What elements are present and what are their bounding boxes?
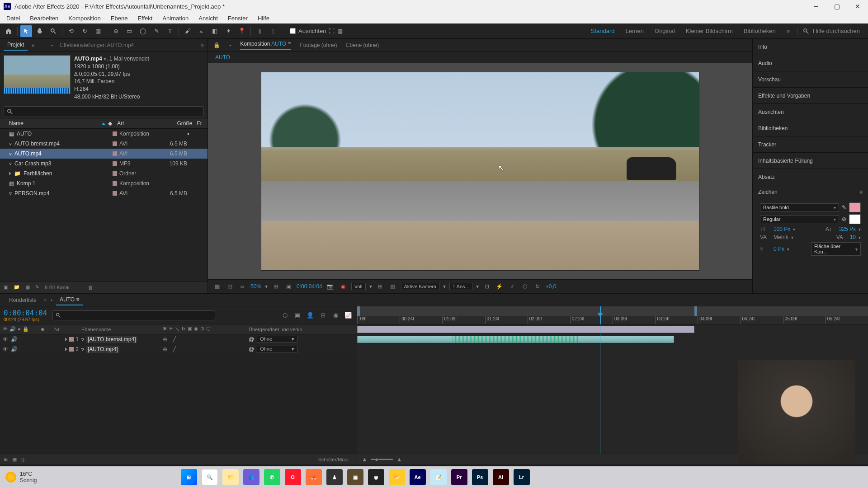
work-area-start-handle[interactable] bbox=[357, 306, 360, 316]
shape-fill[interactable]: ▮ bbox=[254, 25, 265, 37]
transparency-grid-icon[interactable]: ▤ bbox=[225, 282, 234, 291]
menu-komposition[interactable]: Komposition bbox=[64, 14, 105, 23]
roi-icon[interactable]: ▣ bbox=[284, 282, 293, 291]
stroke-color-swatch[interactable] bbox=[849, 214, 861, 224]
minimize-button[interactable]: ─ bbox=[806, 0, 826, 13]
expand-layer-icon[interactable] bbox=[65, 338, 67, 341]
pixel-aspect-icon[interactable]: ⊡ bbox=[482, 282, 491, 291]
shape-stroke[interactable]: ▯ bbox=[267, 25, 279, 37]
brush-tool[interactable]: 🖌 bbox=[182, 25, 193, 37]
parent-select[interactable]: Ohne▾ bbox=[257, 336, 297, 343]
schalter-modi-toggle[interactable]: Schalter/Modi bbox=[318, 457, 349, 462]
anchor-tool[interactable]: ⊕ bbox=[110, 25, 122, 37]
visibility-toggle[interactable]: 👁 bbox=[3, 346, 9, 352]
label-chip[interactable] bbox=[113, 191, 117, 196]
taskbar-explorer-icon[interactable]: 📁 bbox=[222, 469, 239, 485]
panel-absatz[interactable]: Absatz bbox=[753, 169, 868, 185]
timeline-timecode[interactable]: 0:00:04:04 bbox=[4, 309, 47, 317]
visibility-toggle[interactable]: 👁 bbox=[3, 336, 9, 343]
layer-label-chip[interactable] bbox=[69, 337, 74, 342]
motionblur-icon[interactable]: ◉ bbox=[330, 310, 340, 320]
switch-col-7-icon[interactable]: ⊙ bbox=[200, 326, 204, 333]
panel-ausrichten[interactable]: Ausrichten bbox=[753, 104, 868, 120]
snap-options-icon[interactable]: ⛶ bbox=[329, 28, 335, 34]
switch-cell[interactable]: ╱ bbox=[173, 336, 176, 343]
rect-tool[interactable]: ▭ bbox=[123, 25, 135, 37]
audio-toggle[interactable]: 🔊 bbox=[11, 346, 18, 352]
expand-icon[interactable] bbox=[9, 172, 11, 175]
panel-effekte[interactable]: Effekte und Vorgaben bbox=[753, 88, 868, 104]
project-item[interactable]: ▦Komp 1Komposition bbox=[0, 178, 208, 188]
adjust-icon[interactable]: ✎ bbox=[35, 284, 39, 290]
exposure-value[interactable]: +0,0 bbox=[546, 283, 557, 290]
reset-exposure-icon[interactable]: ↻ bbox=[533, 282, 542, 291]
taskbar-folder-icon[interactable]: 📂 bbox=[389, 469, 405, 485]
zoom-tool[interactable] bbox=[47, 25, 59, 37]
switch-cell[interactable]: ⊕ bbox=[163, 346, 167, 352]
timeline-layer[interactable]: 👁🔊2▿[AUTO.mp4]⊕ ╱@Ohne▾ bbox=[0, 344, 357, 354]
project-item[interactable]: 📁FarbflächenOrdner bbox=[0, 169, 208, 178]
maximize-button[interactable]: ▢ bbox=[826, 0, 847, 13]
interpret-footage-icon[interactable]: ▣ bbox=[4, 284, 8, 290]
eraser-tool[interactable]: ◧ bbox=[209, 25, 221, 37]
pickwhip-icon[interactable]: @ bbox=[249, 336, 254, 343]
label-chip[interactable] bbox=[113, 141, 117, 146]
zeichen-title[interactable]: Zeichen bbox=[758, 189, 778, 195]
project-item[interactable]: ▿AUTO.mp4AVI6,5 MB bbox=[0, 149, 208, 159]
viewer-lock-icon[interactable]: 🔒 bbox=[213, 42, 220, 48]
graph-icon[interactable]: 📈 bbox=[343, 310, 353, 320]
label-chip[interactable] bbox=[113, 151, 117, 156]
panel-info[interactable]: Info bbox=[753, 39, 868, 55]
lock-column-icon[interactable]: 🔒 bbox=[23, 326, 29, 332]
switch-col-4-icon[interactable]: fx bbox=[182, 326, 186, 333]
camera-tool[interactable]: ▦ bbox=[92, 25, 104, 37]
parent-select[interactable]: Ohne▾ bbox=[257, 346, 297, 352]
fill-color-swatch[interactable] bbox=[849, 202, 861, 212]
snap-checkbox[interactable] bbox=[290, 28, 296, 34]
switch-col-2-icon[interactable]: ☀ bbox=[169, 326, 173, 333]
tab-composition[interactable]: Komposition AUTO ≡ bbox=[240, 41, 291, 50]
rotate-tool[interactable]: ↻ bbox=[79, 25, 90, 37]
expand-layer-icon[interactable] bbox=[65, 347, 67, 351]
layer-label-chip[interactable] bbox=[69, 347, 74, 352]
flowchart-icon[interactable]: ⬡ bbox=[520, 282, 529, 291]
workspace-overflow-icon[interactable]: » bbox=[787, 28, 790, 34]
label-chip[interactable] bbox=[113, 161, 117, 166]
shy-icon[interactable]: 👤 bbox=[305, 310, 315, 320]
zoom-out-icon[interactable]: ▲ bbox=[362, 456, 368, 463]
type-tool[interactable]: T bbox=[164, 25, 176, 37]
pen-tool[interactable]: ✎ bbox=[151, 25, 162, 37]
col-fr[interactable]: Fr bbox=[192, 120, 206, 127]
comp-breadcrumb[interactable]: AUTO bbox=[208, 52, 752, 63]
camera-select[interactable]: Aktive Kamera bbox=[401, 283, 440, 290]
tab-project-menu-icon[interactable]: ≡ bbox=[31, 42, 34, 48]
tab-footage[interactable]: Footage (ohne) bbox=[300, 42, 337, 48]
taskbar-lightroom-icon[interactable]: Lr bbox=[514, 469, 530, 485]
stroke-width-value[interactable]: 0 Px bbox=[774, 246, 784, 252]
col-parent[interactable]: Übergeordnet und verkn. bbox=[249, 327, 357, 332]
zoom-in-icon[interactable]: ▲ bbox=[396, 456, 402, 463]
leading-value[interactable]: 325 Px bbox=[839, 226, 856, 232]
mask-toggle-icon[interactable]: ∞ bbox=[238, 282, 247, 291]
col-label-icon[interactable]: ◆ bbox=[108, 120, 117, 127]
audio-column-icon[interactable]: 🔊 bbox=[9, 326, 16, 332]
bpc-toggle[interactable]: 8-Bit-Kanal bbox=[45, 285, 69, 290]
guides-icon[interactable]: ⊞ bbox=[376, 282, 385, 291]
roto-tool[interactable]: ✦ bbox=[222, 25, 234, 37]
switch-cell[interactable]: ⊕ bbox=[163, 336, 167, 343]
draft3d-icon[interactable]: ▣ bbox=[292, 310, 302, 320]
switch-cell[interactable]: ╱ bbox=[173, 346, 176, 352]
taskbar-illustrator-icon[interactable]: Ai bbox=[493, 469, 509, 485]
switch-col-8-icon[interactable]: ⬡ bbox=[206, 326, 211, 333]
weather-widget[interactable]: 16°C Sonnig bbox=[5, 471, 37, 483]
zoom-slider[interactable]: ━●━━━━ bbox=[371, 456, 393, 463]
tab-layer[interactable]: Ebene (ohne) bbox=[346, 42, 379, 48]
col-nr[interactable]: Nr. bbox=[54, 327, 81, 332]
taskbar-app-icon[interactable]: ♟ bbox=[326, 469, 343, 485]
workspace-standard[interactable]: Standard bbox=[591, 28, 615, 34]
tab-renderliste[interactable]: Renderliste bbox=[5, 295, 40, 305]
label-chip[interactable] bbox=[113, 171, 117, 176]
panel-vorschau[interactable]: Vorschau bbox=[753, 71, 868, 88]
taskbar-photoshop-icon[interactable]: Ps bbox=[472, 469, 488, 485]
zoom-level[interactable]: 50% bbox=[250, 283, 261, 290]
